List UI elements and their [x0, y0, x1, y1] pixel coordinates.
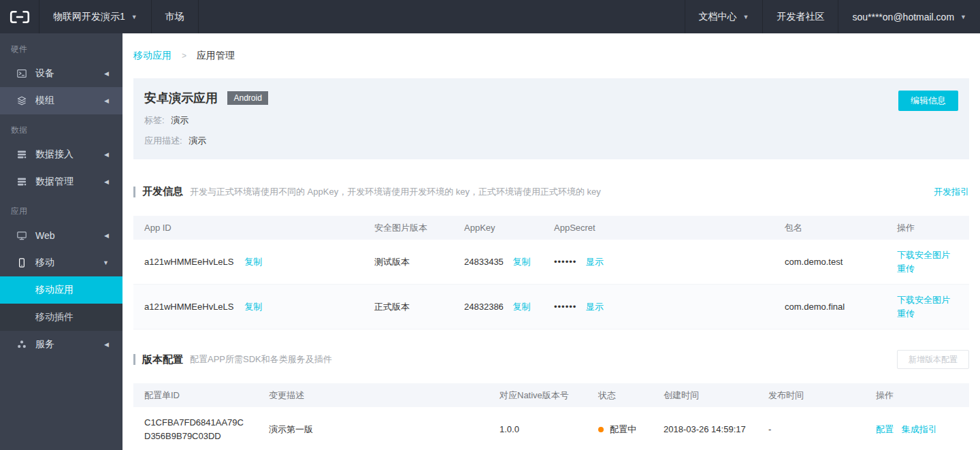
change-desc-value: 演示第一版	[269, 424, 313, 434]
integration-guide-link[interactable]: 集成指引	[902, 424, 937, 434]
config-id-value: C1CFBA7FD6841AA79CD356B9B79C03DD	[144, 417, 244, 441]
sidebar-item-data-management[interactable]: 数据管理 ◀	[0, 168, 122, 195]
chevron-down-icon: ▼	[743, 14, 749, 20]
table-header-row: App ID 安全图片版本 AppKey AppSecret 包名 操作	[133, 216, 969, 240]
status-dot-icon	[598, 427, 604, 432]
created-at-value: 2018-03-26 14:59:17	[664, 424, 746, 434]
topbar: 物联网开发演示1 ▼ 市场 文档中心 ▼ 开发者社区 sou****on@hot…	[0, 0, 980, 33]
col-image-version: 安全图片版本	[363, 216, 453, 240]
account-menu[interactable]: sou****on@hotmail.com ▼	[838, 0, 980, 33]
platform-badge: Android	[227, 91, 267, 105]
sidebar-section-hardware: 硬件	[0, 33, 122, 60]
section-marker-bar	[133, 187, 135, 197]
chevron-left-icon: ◀	[104, 232, 109, 239]
show-appsecret-link[interactable]: 显示	[586, 302, 604, 312]
copy-appkey-link[interactable]: 复制	[512, 302, 530, 312]
database-manage-icon	[16, 176, 27, 187]
edit-info-button[interactable]: 编辑信息	[898, 91, 958, 111]
dev-guide-link[interactable]: 开发指引	[934, 186, 969, 198]
dev-info-table: App ID 安全图片版本 AppKey AppSecret 包名 操作 a12…	[133, 216, 969, 330]
tag-label: 标签:	[144, 115, 165, 125]
sidebar-item-service[interactable]: 服务 ◀	[0, 331, 122, 358]
brand-logo-icon[interactable]	[0, 0, 39, 33]
topnav-community[interactable]: 开发者社区	[762, 0, 838, 33]
copy-app-id-link[interactable]: 复制	[244, 302, 262, 312]
breadcrumb-separator-icon: >	[182, 51, 186, 61]
sidebar-section-application: 应用	[0, 195, 122, 222]
sidebar-subitem-mobile-app[interactable]: 移动应用	[0, 276, 122, 304]
version-config-subtitle: 配置APP所需SDK和各类服务及插件	[190, 353, 332, 366]
reupload-link[interactable]: 重传	[897, 307, 958, 321]
chevron-left-icon: ◀	[104, 151, 109, 158]
col-actions: 操作	[886, 216, 969, 240]
chevron-down-icon: ▼	[131, 14, 137, 20]
dev-info-title: 开发信息	[142, 185, 183, 198]
col-app-id: App ID	[133, 216, 363, 240]
add-version-config-button[interactable]: 新增版本配置	[897, 350, 969, 369]
breadcrumb-current: 应用管理	[197, 50, 235, 61]
table-row: a121wHMMEeHvLeLS 复制 测试版本 24833435 复制 •••…	[133, 240, 969, 285]
table-header-row: 配置单ID 变更描述 对应Native版本号 状态 创建时间 发布时间 操作	[133, 383, 969, 407]
col-appkey: AppKey	[453, 216, 543, 240]
col-change-desc: 变更描述	[258, 383, 489, 407]
package-name-value: com.demo.test	[785, 257, 843, 267]
app-title: 安卓演示应用	[144, 91, 218, 105]
sidebar-item-module[interactable]: 模组 ◀	[0, 87, 122, 114]
col-status: 状态	[587, 383, 653, 407]
sidebar-subitem-mobile-plugin[interactable]: 移动插件	[0, 304, 122, 331]
chevron-down-icon: ▼	[103, 259, 109, 266]
sidebar-section-data: 数据	[0, 114, 122, 141]
appsecret-mask: ••••••	[554, 257, 576, 267]
reupload-link[interactable]: 重传	[897, 262, 958, 276]
breadcrumb-mobile-app-link[interactable]: 移动应用	[133, 50, 172, 61]
project-switcher[interactable]: 物联网开发演示1 ▼	[39, 0, 151, 33]
topnav-doc-center[interactable]: 文档中心 ▼	[685, 0, 763, 33]
services-cluster-icon	[16, 339, 27, 350]
sidebar-item-device[interactable]: 设备 ◀	[0, 60, 122, 87]
col-created-at: 创建时间	[653, 383, 757, 407]
description-value: 演示	[189, 135, 206, 146]
appsecret-mask: ••••••	[554, 302, 576, 312]
status-badge: 配置中	[610, 423, 636, 436]
tag-value: 演示	[171, 115, 189, 125]
account-email: sou****on@hotmail.com	[852, 12, 954, 22]
image-version-value: 测试版本	[374, 257, 410, 267]
layers-icon	[16, 95, 27, 106]
chevron-down-icon: ▼	[960, 14, 966, 20]
show-appsecret-link[interactable]: 显示	[586, 257, 604, 267]
sidebar-item-data-access[interactable]: 数据接入 ◀	[0, 141, 122, 168]
col-appsecret: AppSecret	[543, 216, 774, 240]
appkey-value: 24833435	[464, 257, 504, 267]
col-package-name: 包名	[774, 216, 886, 240]
col-actions: 操作	[865, 383, 969, 407]
download-security-image-link[interactable]: 下载安全图片	[897, 248, 958, 262]
app-id-value: a121wHMMEeHvLeLS	[144, 257, 234, 267]
monitor-icon	[16, 230, 27, 241]
copy-appkey-link[interactable]: 复制	[512, 257, 530, 267]
database-in-icon	[16, 149, 27, 160]
dev-info-section-header: 开发信息 开发与正式环境请使用不同的 AppKey，开发环境请使用开发环境的 k…	[133, 185, 969, 198]
sidebar-item-mobile[interactable]: 移动 ▼	[0, 249, 122, 276]
sidebar: 硬件 设备 ◀ 模组 ◀ 数据	[0, 33, 122, 450]
app-id-value: a121wHMMEeHvLeLS	[144, 302, 234, 312]
configure-link[interactable]: 配置	[876, 424, 894, 434]
sidebar-item-web[interactable]: Web ◀	[0, 222, 122, 249]
col-native-version: 对应Native版本号	[489, 383, 587, 407]
breadcrumb: 移动应用 > 应用管理	[133, 33, 969, 62]
appkey-value: 24832386	[464, 302, 504, 312]
table-row: a121wHMMEeHvLeLS 复制 正式版本 24832386 复制 •••…	[133, 285, 969, 330]
smartphone-icon	[16, 257, 27, 268]
dev-info-subtitle: 开发与正式环境请使用不同的 AppKey，开发环境请使用开发环境的 key，正式…	[190, 186, 601, 198]
image-version-value: 正式版本	[374, 302, 410, 312]
version-config-title: 版本配置	[142, 353, 183, 366]
version-config-table: 配置单ID 变更描述 对应Native版本号 状态 创建时间 发布时间 操作 C…	[133, 383, 969, 450]
col-published-at: 发布时间	[757, 383, 865, 407]
copy-app-id-link[interactable]: 复制	[244, 257, 262, 267]
topnav-market[interactable]: 市场	[151, 0, 199, 33]
description-label: 应用描述:	[144, 135, 182, 146]
native-version-value: 1.0.0	[500, 424, 519, 434]
download-security-image-link[interactable]: 下载安全图片	[897, 293, 958, 307]
chevron-left-icon: ◀	[104, 341, 109, 348]
project-name: 物联网开发演示1	[53, 11, 125, 23]
section-marker-bar	[133, 354, 135, 365]
